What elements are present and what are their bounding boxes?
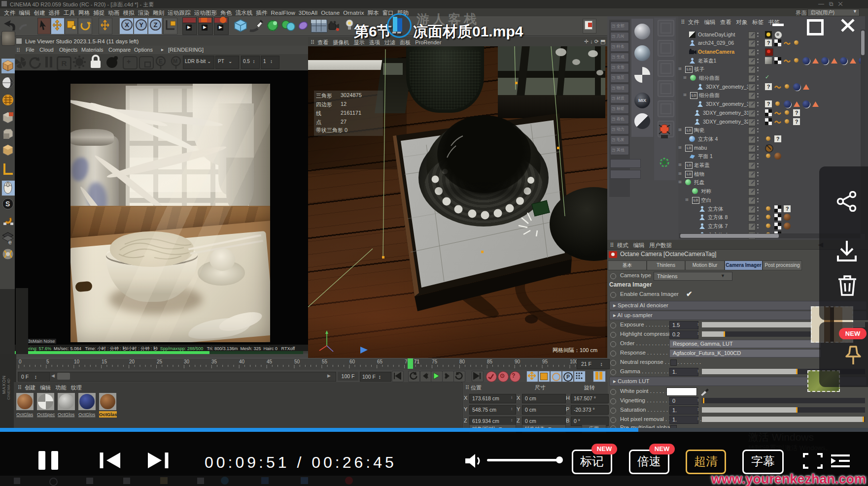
svg-text:S: S: [5, 200, 10, 208]
svg-text:e: e: [8, 239, 12, 245]
svg-text:E: E: [159, 58, 163, 65]
svg-text:M: M: [173, 58, 177, 64]
